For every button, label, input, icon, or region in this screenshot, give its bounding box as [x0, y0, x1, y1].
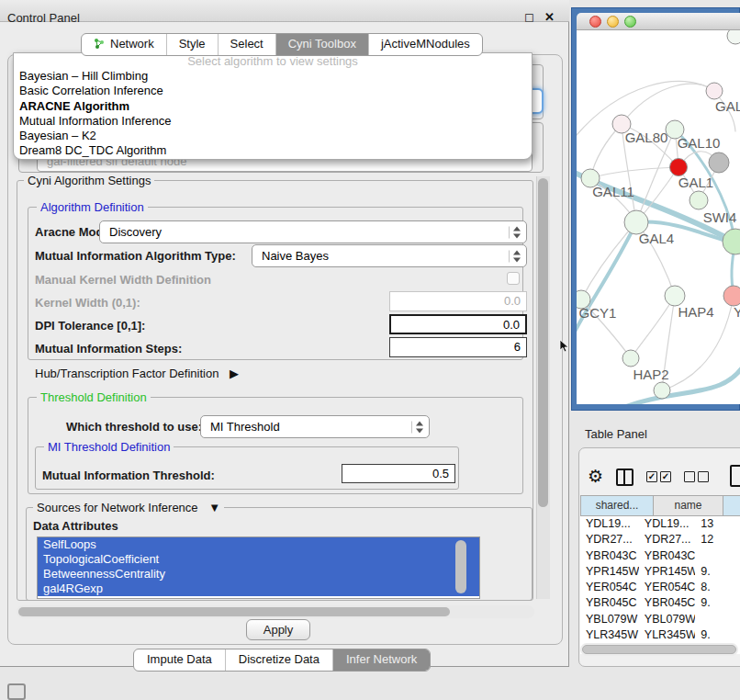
float-window-icon[interactable]: ◻ [524, 10, 534, 24]
table-cell[interactable]: 9. [695, 595, 740, 611]
table-cell[interactable]: YER054C [580, 580, 639, 595]
mac-close-icon[interactable] [589, 16, 601, 28]
network-node-swi4[interactable] [690, 191, 708, 209]
table-row[interactable]: YBR045CYBR045C9. [580, 595, 740, 611]
list-scrollbar-thumb[interactable] [455, 540, 466, 593]
network-edge[interactable] [581, 222, 636, 299]
mi-steps-field[interactable]: 6 [389, 337, 527, 357]
network-node[interactable] [727, 30, 740, 44]
aracne-mode-combo[interactable]: Discovery [99, 220, 527, 243]
network-node-label: GCY1 [579, 305, 617, 321]
mi-threshold-field[interactable]: 0.5 [342, 464, 455, 483]
table-cell[interactable]: YLR345W [580, 627, 639, 643]
tab-style[interactable]: Style [167, 34, 219, 55]
network-node-gal[interactable] [706, 83, 723, 99]
table-cell[interactable]: YBL079W [580, 612, 639, 627]
table-cell[interactable]: 9. [695, 564, 740, 580]
algorithm-option[interactable]: ARACNE Algorithm [14, 99, 532, 114]
table-row[interactable]: YLR345WYLR345W9. [580, 627, 740, 643]
table-cell[interactable]: YPR145W [580, 564, 639, 580]
table-cell[interactable]: YPR145W [639, 564, 695, 580]
column-header-clipped[interactable] [723, 495, 740, 516]
network-node[interactable] [709, 152, 729, 173]
table-cell[interactable]: YBR045C [580, 595, 639, 611]
table-cell[interactable]: YLR345W [639, 627, 695, 643]
attribute-item[interactable]: TopologicalCoefficient [38, 552, 479, 567]
algorithm-definition-title: Algorithm Definition [37, 200, 148, 214]
attribute-item[interactable]: SelfLoops [38, 537, 479, 552]
hub-expander[interactable]: Hub/Transcription Factor Definition ▶ [35, 367, 239, 380]
network-node-y[interactable] [723, 286, 740, 306]
tab-cyni-toolbox[interactable]: Cyni Toolbox [276, 34, 369, 55]
select-all-checks-icon[interactable]: ✓ ✓ [646, 471, 671, 482]
table-cell[interactable]: YDR27... [639, 532, 695, 548]
sources-expander[interactable]: Sources for Network Inference ▼ [33, 501, 224, 514]
network-canvas[interactable]: GALGAL80GAL10GAL1GAL11SWI4GAL4GCY1HAP4YH… [577, 30, 740, 404]
which-threshold-combo[interactable]: MI Threshold [200, 415, 430, 438]
table-cell[interactable] [695, 612, 740, 627]
table-cell[interactable]: YDR27... [580, 532, 639, 548]
gear-icon[interactable]: ⚙ [588, 467, 603, 487]
mi-type-combo[interactable]: Naive Bayes [252, 244, 527, 267]
table-cell[interactable]: YBR043C [639, 548, 695, 564]
apply-button[interactable]: Apply [246, 619, 310, 640]
table-cell[interactable]: 8. [695, 580, 740, 595]
table-row[interactable]: YDR27...YDR27...12 [580, 532, 740, 548]
network-node-hap4[interactable] [665, 286, 685, 306]
column-header-shared-name[interactable]: shared... [580, 495, 653, 516]
network-node-gal1[interactable] [670, 159, 688, 176]
network-edge[interactable] [631, 296, 675, 358]
mac-minimize-icon[interactable] [607, 16, 619, 28]
unchecked-box-icon [684, 471, 695, 482]
attribute-item[interactable]: BetweennessCentrality [38, 567, 479, 581]
network-node[interactable] [723, 229, 740, 254]
table-row[interactable]: YBL079WYBL079W [580, 612, 740, 627]
tab-discretize-data[interactable]: Discretize Data [226, 649, 333, 671]
table-cell[interactable]: YDL19... [580, 516, 639, 532]
tab-jactivemnodules[interactable]: jActiveMNodules [369, 34, 482, 55]
table-cell[interactable]: 12 [695, 532, 740, 548]
network-edge[interactable] [622, 84, 714, 124]
table-toolbar-partial-icon[interactable] [730, 465, 740, 487]
columns-icon[interactable] [616, 469, 633, 486]
close-icon[interactable]: ✕ [544, 10, 555, 24]
algorithm-option[interactable]: Bayesian – K2 [14, 129, 532, 143]
table-row[interactable]: YBR043CYBR043C [580, 548, 740, 564]
deselect-all-checks-icon[interactable] [684, 471, 709, 482]
table-row[interactable]: YDL19...YDL19...13 [580, 516, 740, 532]
algorithm-option[interactable]: Mutual Information Inference [14, 114, 532, 129]
algorithm-option[interactable]: Basic Correlation Inference [14, 84, 532, 98]
tab-impute-data[interactable]: Impute Data [134, 649, 226, 671]
mac-zoom-icon[interactable] [624, 16, 636, 28]
table-hscroll-thumb[interactable] [582, 645, 736, 654]
network-edge-highlighted[interactable] [577, 222, 636, 343]
settings-vscroll-thumb[interactable] [538, 178, 548, 507]
column-header-name[interactable]: name [653, 495, 723, 516]
table-cell[interactable]: 13 [695, 516, 740, 532]
collapsed-panel-icon[interactable] [7, 683, 26, 700]
tab-select[interactable]: Select [219, 34, 276, 55]
table-row[interactable]: YER054CYER054C8. [580, 580, 740, 595]
algorithm-option[interactable]: Dream8 DC_TDC Algorithm [14, 143, 532, 158]
dpi-tolerance-field[interactable]: 0.0 [389, 314, 527, 334]
table-cell[interactable]: YDL19... [639, 516, 695, 532]
combo-spinner-icon [509, 250, 521, 262]
table-cell[interactable]: YER054C [639, 580, 695, 595]
algorithm-option[interactable]: Bayesian – Hill Climbing [14, 69, 532, 84]
network-edge[interactable] [590, 167, 678, 178]
data-attributes-list[interactable]: SelfLoopsTopologicalCoefficientBetweenne… [37, 536, 480, 599]
table-row[interactable]: YPR145WYPR145W9. [580, 564, 740, 580]
tab-network[interactable]: Network [82, 34, 167, 55]
table-cell[interactable] [695, 548, 740, 564]
network-node[interactable] [654, 382, 670, 399]
table-cell[interactable]: 9. [695, 627, 740, 643]
attribute-item[interactable]: gal4RGexp [38, 581, 479, 596]
expanded-arrow-icon: ▼ [208, 501, 220, 514]
table-cell[interactable]: YBR043C [580, 548, 639, 564]
settings-hscroll-thumb[interactable] [18, 607, 450, 616]
network-node-label: GAL4 [639, 231, 674, 246]
table-cell[interactable]: YBL079W [639, 612, 695, 627]
tab-infer-network[interactable]: Infer Network [333, 649, 430, 671]
network-node-hap2[interactable] [622, 350, 639, 367]
table-cell[interactable]: YBR045C [639, 595, 695, 611]
